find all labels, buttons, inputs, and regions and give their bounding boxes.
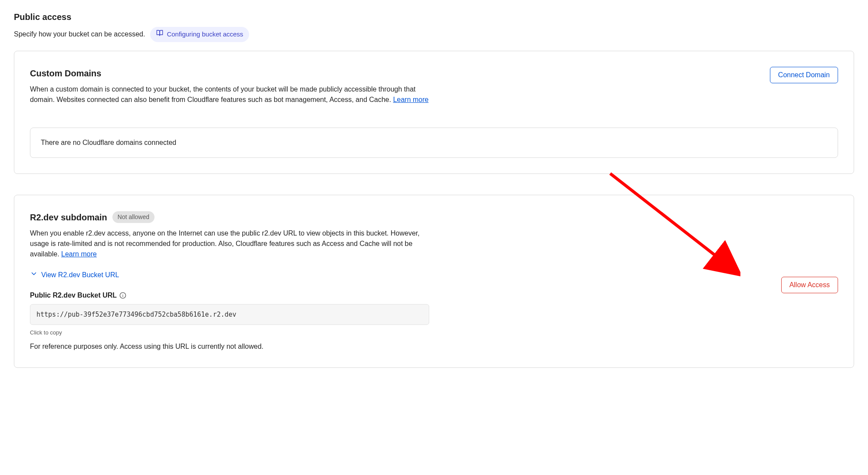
r2dev-title: R2.dev subdomain bbox=[30, 211, 107, 224]
view-bucket-url-toggle[interactable]: View R2.dev Bucket URL bbox=[30, 270, 119, 281]
book-icon bbox=[156, 29, 163, 39]
allow-access-button[interactable]: Allow Access bbox=[781, 277, 838, 293]
chevron-down-icon bbox=[30, 270, 38, 281]
svg-line-4 bbox=[610, 174, 719, 258]
custom-domains-title: Custom Domains bbox=[30, 67, 429, 80]
bucket-url-label: Public R2.dev Bucket URL bbox=[30, 290, 117, 301]
view-bucket-url-label: View R2.dev Bucket URL bbox=[41, 270, 119, 280]
annotation-arrow-icon bbox=[606, 169, 740, 278]
bucket-url-label-row: Public R2.dev Bucket URL bbox=[30, 290, 429, 301]
section-sub-row: Specify how your bucket can be accessed.… bbox=[14, 27, 854, 42]
status-badge: Not allowed bbox=[112, 211, 155, 223]
docs-link-label: Configuring bucket access bbox=[167, 29, 243, 39]
r2dev-card: R2.dev subdomain Not allowed When you en… bbox=[14, 195, 854, 368]
reference-note: For reference purposes only. Access usin… bbox=[30, 341, 429, 352]
custom-domains-card: Custom Domains When a custom domain is c… bbox=[14, 51, 854, 174]
r2dev-description: When you enable r2.dev access, anyone on… bbox=[30, 228, 429, 259]
connect-domain-button[interactable]: Connect Domain bbox=[770, 67, 838, 83]
bucket-url-value[interactable]: https://pub-39f52e37e773496cbd752cba58b6… bbox=[30, 304, 429, 325]
learn-more-link-custom-domains[interactable]: Learn more bbox=[393, 96, 429, 103]
section-title: Public access bbox=[14, 10, 854, 23]
info-icon[interactable] bbox=[119, 292, 126, 299]
learn-more-link-r2dev[interactable]: Learn more bbox=[61, 250, 97, 258]
docs-link-configuring-bucket-access[interactable]: Configuring bucket access bbox=[150, 27, 249, 42]
custom-domains-description: When a custom domain is connected to you… bbox=[30, 84, 429, 105]
section-subtitle: Specify how your bucket can be accessed. bbox=[14, 29, 145, 39]
custom-domains-description-text: When a custom domain is connected to you… bbox=[30, 85, 415, 103]
copy-hint: Click to copy bbox=[30, 328, 429, 337]
custom-domains-empty-state: There are no Cloudflare domains connecte… bbox=[30, 128, 838, 158]
r2dev-title-row: R2.dev subdomain Not allowed bbox=[30, 211, 429, 224]
